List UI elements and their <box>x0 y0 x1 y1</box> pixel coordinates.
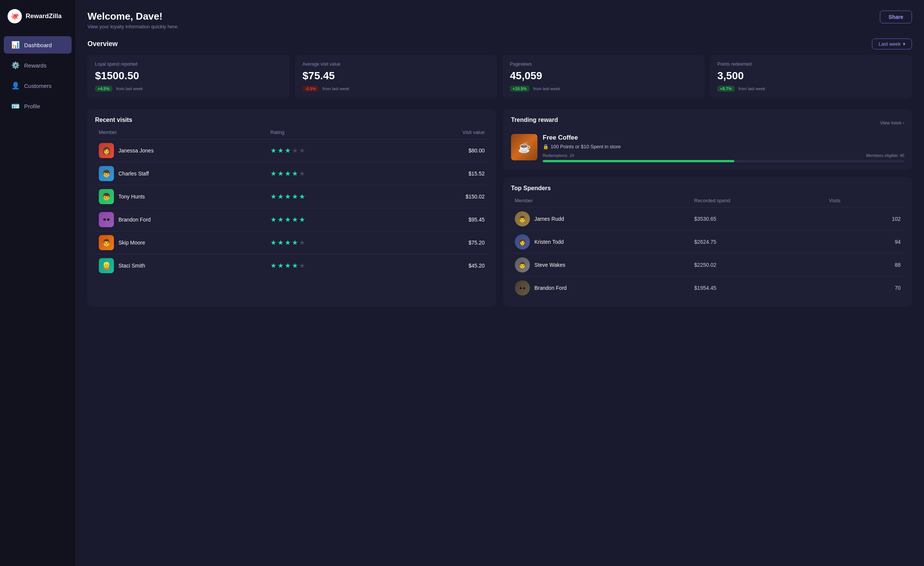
card-value: $1500.50 <box>95 70 282 82</box>
star-rating: ★ ★ ★ ★ ★ <box>270 261 399 270</box>
spender-member: 🕶️ Brandon Ford <box>515 280 694 295</box>
overview-cards: Loyal spend reported $1500.50 +4.5% from… <box>87 55 912 98</box>
app-name: RewardZilla <box>26 12 61 20</box>
star: ★ <box>292 261 298 270</box>
star-rating: ★ ★ ★ ★ ★ <box>270 146 399 155</box>
star: ★ <box>299 146 305 155</box>
col-visits: Visits <box>829 198 901 203</box>
card-badge: +8.7% <box>717 86 735 92</box>
table-header: Member Rating Visit value <box>95 129 488 139</box>
avatar: 👨 <box>515 211 530 226</box>
avatar: 👦 <box>99 189 114 204</box>
avatar: 👨 <box>99 235 114 250</box>
sidebar-item-label: Dashboard <box>24 42 52 48</box>
spender-visits: 88 <box>829 262 901 268</box>
spender-name: James Rudd <box>534 216 564 222</box>
sidebar-item-customers[interactable]: 👤 Customers <box>4 77 72 94</box>
visit-value: $150.02 <box>399 194 485 200</box>
spender-member: 👨 Steve Wakes <box>515 257 694 272</box>
table-row: 👩 Kristen Todd $2624.75 94 <box>511 230 904 253</box>
reward-item: ☕ Free Coffee 🔒 100 Points or $10 Spent … <box>511 134 904 162</box>
trending-reward-panel: Trending reward View more › ☕ Free Coffe… <box>503 109 912 170</box>
table-row: 👨 Steve Wakes $2250.02 88 <box>511 253 904 276</box>
avatar: 👨 <box>515 257 530 272</box>
card-from: from last week <box>322 86 349 91</box>
star: ★ <box>285 192 291 201</box>
star: ★ <box>285 146 291 155</box>
card-label: Loyal spend reported <box>95 62 282 67</box>
table-row: 👦 Tony Hunts ★ ★ ★ ★ ★ $150.02 <box>95 185 488 208</box>
star: ★ <box>270 169 276 178</box>
eligible-label: Members eligible: 45 <box>866 153 904 158</box>
progress-bar <box>543 160 904 162</box>
sidebar-item-label: Rewards <box>24 62 46 69</box>
reward-name: Free Coffee <box>543 134 904 142</box>
visit-value: $15.52 <box>399 171 485 177</box>
card-from: from last week <box>533 86 560 91</box>
spender-spend: $1954.45 <box>694 285 829 291</box>
sidebar-item-label: Customers <box>24 83 52 89</box>
star: ★ <box>285 215 291 224</box>
star: ★ <box>270 238 276 247</box>
welcome-subtitle: View your loyalty information quickly he… <box>87 24 179 29</box>
spender-visits: 102 <box>829 216 901 222</box>
star: ★ <box>292 146 298 155</box>
star: ★ <box>299 238 305 247</box>
star: ★ <box>285 169 291 178</box>
share-button[interactable]: Share <box>880 11 912 23</box>
star: ★ <box>299 215 305 224</box>
sidebar-item-dashboard[interactable]: 📊 Dashboard <box>4 36 72 54</box>
bottom-grid: Recent visits Member Rating Visit value … <box>87 109 912 307</box>
member-name: Staci Smith <box>118 263 145 269</box>
member-name: Charles Staff <box>118 171 149 177</box>
reward-desc-text: 100 Points or $10 Spent in store <box>551 144 621 149</box>
trending-title: Trending reward <box>511 117 558 123</box>
period-selector[interactable]: Last week ▾ <box>872 38 912 49</box>
star: ★ <box>270 146 276 155</box>
star: ★ <box>285 238 291 247</box>
right-panel: Trending reward View more › ☕ Free Coffe… <box>503 109 912 307</box>
avatar: 🕶️ <box>99 212 114 227</box>
view-more-link[interactable]: View more › <box>880 120 904 126</box>
card-label: Pageviews <box>510 62 697 67</box>
col-member: Member <box>515 198 694 203</box>
star-rating: ★ ★ ★ ★ ★ <box>270 215 399 224</box>
chevron-down-icon: ▾ <box>903 41 906 47</box>
view-more-label: View more <box>880 120 901 126</box>
col-recorded-spend: Recorded spend <box>694 198 829 203</box>
avatar: 👦 <box>99 166 114 181</box>
reward-description: 🔒 100 Points or $10 Spent in store <box>543 144 904 149</box>
avatar: 👩 <box>99 143 114 158</box>
visit-member: 👦 Charles Staff <box>99 166 270 181</box>
star: ★ <box>278 261 284 270</box>
sidebar: 🐙 RewardZilla 📊 Dashboard ⚙️ Rewards 👤 C… <box>0 0 75 566</box>
header-text: Welcome, Dave! View your loyalty informa… <box>87 11 179 29</box>
sidebar-item-rewards[interactable]: ⚙️ Rewards <box>4 57 72 74</box>
card-label: Average visit value <box>302 62 490 67</box>
dashboard-icon: 📊 <box>11 41 20 49</box>
table-row: 👨 James Rudd $3530.65 102 <box>511 207 904 230</box>
card-avg-visit: Average visit value $75.45 -0.5% from la… <box>295 55 497 98</box>
reward-stats: Redemptions: 24 Members eligible: 45 <box>543 153 904 158</box>
header: Welcome, Dave! View your loyalty informa… <box>87 11 912 29</box>
visit-member: 🕶️ Brandon Ford <box>99 212 270 227</box>
lock-icon: 🔒 <box>543 144 549 149</box>
card-from: from last week <box>738 86 765 91</box>
overview-header: Overview Last week ▾ <box>87 38 912 49</box>
visit-value: $45.20 <box>399 263 485 269</box>
sidebar-item-label: Profile <box>24 103 40 109</box>
member-name: Skip Moore <box>118 240 145 246</box>
star: ★ <box>285 261 291 270</box>
visit-member: 👦 Tony Hunts <box>99 189 270 204</box>
reward-info: Free Coffee 🔒 100 Points or $10 Spent in… <box>543 134 904 162</box>
star: ★ <box>270 215 276 224</box>
table-row: 👱 Staci Smith ★ ★ ★ ★ ★ $45.20 <box>95 254 488 277</box>
col-member: Member <box>99 129 270 135</box>
visit-value: $95.45 <box>399 217 485 223</box>
star-rating: ★ ★ ★ ★ ★ <box>270 238 399 247</box>
card-points-redeemed: Points redeemed 3,500 +8.7% from last we… <box>710 55 912 98</box>
star: ★ <box>278 146 284 155</box>
overview-title: Overview <box>87 40 118 48</box>
sidebar-item-profile[interactable]: 🪪 Profile <box>4 97 72 115</box>
member-name: Brandon Ford <box>118 217 151 223</box>
